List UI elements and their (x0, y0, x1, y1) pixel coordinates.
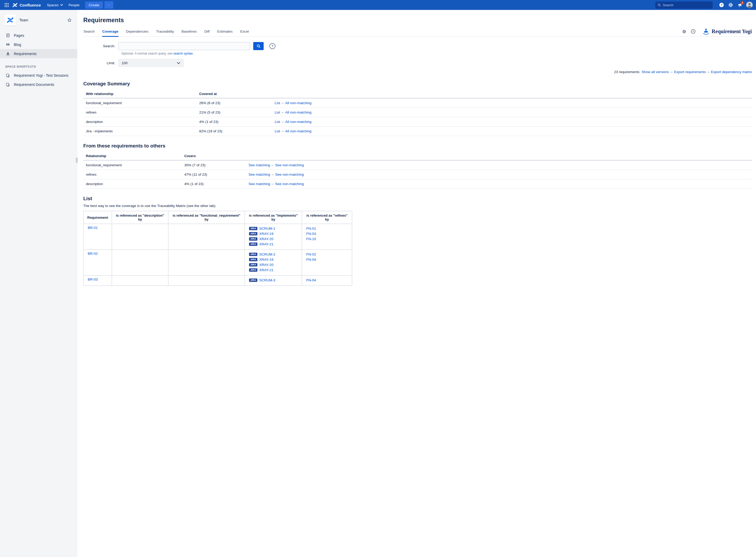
tab-excel[interactable]: Excel (240, 27, 249, 36)
space-name: Team (19, 18, 28, 22)
requirements-search-input[interactable] (118, 42, 250, 50)
sidebar-nav: Pages Blog Requirements (0, 31, 77, 58)
see-matching-link[interactable]: See matching (249, 173, 270, 176)
requirement-link[interactable]: FN-04 (306, 258, 316, 262)
requirement-link[interactable]: FN-01 (306, 227, 316, 231)
table-row: functional_requirement 30% (7 of 23) See… (83, 160, 378, 170)
separator: – (272, 182, 274, 186)
see-matching-link[interactable]: See matching (249, 182, 270, 186)
tab-search[interactable]: Search (83, 27, 95, 36)
tab-coverage[interactable]: Coverage (102, 27, 119, 36)
sidebar-resize-handle[interactable] (76, 158, 78, 163)
sidebar-shortcut-test-sessions[interactable]: Requirement Yogi - Test Sessions (0, 71, 77, 80)
requirement-link[interactable]: FN-04 (306, 278, 316, 278)
limit-label: Limit: (83, 61, 118, 65)
nav-people[interactable]: People (66, 0, 83, 10)
sidebar-item-label: Requirements (14, 52, 36, 56)
jira-badge: JIRA (249, 258, 257, 261)
nav-spaces[interactable]: Spaces (44, 0, 66, 10)
sidebar-item-label: Pages (14, 33, 24, 37)
sidebar-shortcut-requirement-documents[interactable]: Requirement Documents (0, 80, 77, 89)
limit-select[interactable]: 100 (118, 59, 183, 67)
list-link[interactable]: List (274, 120, 280, 124)
see-non-matching-link[interactable]: See non-matching (275, 182, 304, 186)
see-non-matching-link[interactable]: See non-matching (275, 163, 304, 167)
column-header: With relationship (83, 90, 197, 98)
tab-traceability[interactable]: Traceability (156, 27, 174, 36)
search-syntax-link[interactable]: search syntax (173, 52, 193, 55)
table-row: refines 21% (5 of 23) List–All non-match… (83, 108, 378, 117)
star-icon[interactable] (67, 18, 72, 23)
results-summary-line: 23 requirementsShow all versions–Export … (83, 70, 378, 74)
covers-cell: 47% (11 of 23) (182, 170, 246, 179)
table-row: BR-01 JIRASCRUM-1 JIRAXRAY-19 JIRAXRAY-2… (84, 224, 352, 250)
jira-issue-link[interactable]: XRAY-20 (259, 237, 273, 241)
shortcut-doc-icon (5, 74, 10, 78)
relationship-cell: refines (83, 108, 197, 117)
column-header: Requirement (84, 211, 112, 224)
jira-issue-link[interactable]: SCRUM-2 (259, 252, 275, 257)
all-non-matching-link[interactable]: All non-matching (285, 120, 312, 124)
tab-dependencies[interactable]: Dependencies (125, 27, 149, 36)
search-submit-button[interactable] (253, 42, 264, 50)
requirement-link[interactable]: BR-02 (88, 252, 98, 256)
limit-value: 100 (122, 61, 128, 65)
covered-cell: 82% (19 of 23) (197, 126, 272, 136)
table-row: description 4% (1 of 23) See matching–Se… (83, 179, 378, 189)
space-shortcuts-title: SPACE SHORTCUTS (0, 58, 77, 71)
table-header-row: Requirement is referenced as "descriptio… (84, 211, 352, 224)
table-header-row: Relationship Covers (83, 152, 378, 160)
jira-issue-link[interactable]: XRAY-21 (259, 242, 273, 246)
list-link[interactable]: List (274, 101, 280, 105)
quote-icon (5, 42, 10, 47)
requirement-link[interactable]: BR-01 (88, 226, 98, 230)
see-matching-link[interactable]: See matching (249, 163, 270, 167)
search-help-icon[interactable]: ? (269, 43, 275, 49)
tab-baselines[interactable]: Baselines (181, 27, 197, 36)
jira-issue-link[interactable]: XRAY-21 (259, 268, 273, 272)
sidebar-item-requirements[interactable]: Requirements (0, 49, 77, 58)
jira-issue-link[interactable]: XRAY-19 (259, 232, 273, 236)
all-non-matching-link[interactable]: All non-matching (285, 101, 312, 105)
hint-text: Optional. A normal search query, see (121, 52, 173, 55)
separator: – (282, 120, 284, 124)
jira-issue-link[interactable]: XRAY-20 (259, 263, 273, 267)
tab-estimates[interactable]: Estimates (217, 27, 233, 36)
all-non-matching-link[interactable]: All non-matching (285, 129, 312, 133)
jira-issue-link[interactable]: XRAY-19 (259, 257, 273, 262)
sidebar-item-blog[interactable]: Blog (0, 40, 77, 49)
relationship-cell: refines (83, 170, 182, 179)
relationship-cell: description (83, 117, 197, 126)
relationship-cell: functional_requirement (83, 160, 182, 170)
list-link[interactable]: List (274, 110, 280, 114)
requirement-link[interactable]: FN-10 (306, 237, 316, 241)
requirement-link[interactable]: FN-03 (306, 232, 316, 236)
confluence-logo[interactable]: Confluence (11, 2, 44, 8)
create-button[interactable]: Create (85, 2, 103, 9)
separator: – (282, 129, 284, 133)
app-switcher-icon[interactable] (2, 1, 11, 9)
covered-cell: 26% (6 of 23) (197, 98, 272, 108)
all-non-matching-link[interactable]: All non-matching (285, 110, 312, 114)
from-requirements-heading: From these requirements to others (83, 143, 378, 149)
space-logo[interactable] (5, 14, 16, 26)
requirement-link[interactable]: BR-03 (88, 277, 98, 278)
list-link[interactable]: List (274, 129, 280, 133)
jira-issue-link[interactable]: SCRUM-3 (259, 278, 275, 278)
sidebar-item-pages[interactable]: Pages (0, 31, 77, 40)
tab-diff[interactable]: Diff (204, 27, 210, 36)
jira-issue-link[interactable]: SCRUM-1 (259, 226, 275, 231)
covers-cell: 4% (1 of 23) (182, 179, 246, 189)
see-non-matching-link[interactable]: See non-matching (275, 173, 304, 176)
coverage-summary-table: With relationship Covered at functional_… (83, 90, 378, 136)
separator: – (272, 173, 274, 176)
requirement-link[interactable]: FN-02 (306, 253, 316, 256)
jira-badge: JIRA (249, 268, 257, 272)
more-button[interactable]: ··· (105, 1, 113, 9)
table-row: Jira - implements 82% (19 of 23) List–Al… (83, 126, 378, 136)
space-sidebar: Team Pages Blog (0, 10, 77, 278)
main-content: Requirements Search Coverage Dependencie… (78, 10, 378, 278)
jira-badge: JIRA (249, 227, 257, 230)
column-header: is referenced as "functional_requirement… (168, 211, 245, 224)
implements-cell: JIRASCRUM-3 (245, 275, 302, 279)
